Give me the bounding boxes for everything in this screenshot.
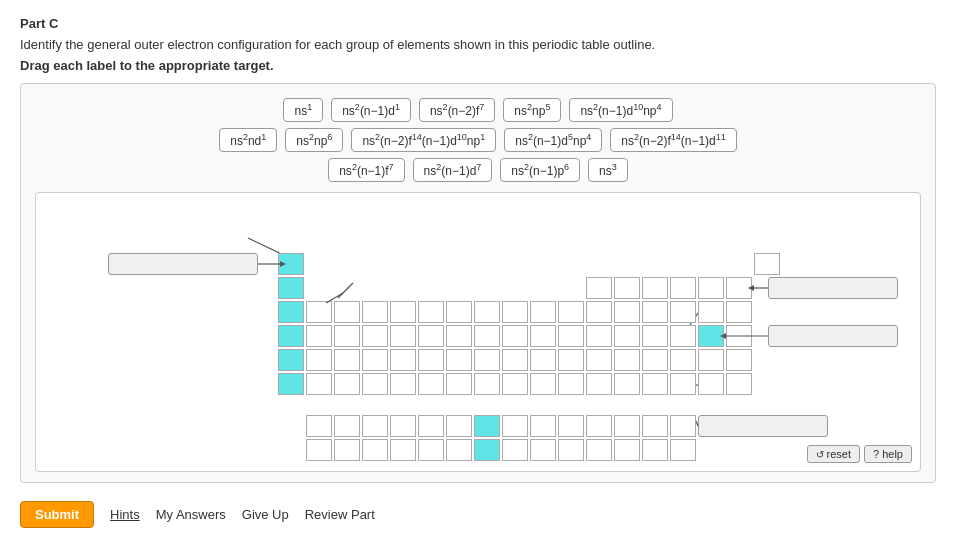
pt-p18 <box>726 325 752 347</box>
svg-line-1 <box>338 283 353 298</box>
pt-d15 <box>418 325 444 347</box>
part-label: Part C <box>20 16 936 31</box>
labels-row-2: ns2nd1 ns2np6 ns2(n−2)f14(n−1)d10np1 ns2… <box>219 128 737 152</box>
label-ns2np5[interactable]: ns2np5 <box>503 98 561 122</box>
pt-p28 <box>670 373 696 395</box>
my-answers-link[interactable]: My Answers <box>156 507 226 522</box>
pt-cell-s6 <box>278 373 304 395</box>
review-part-link[interactable]: Review Part <box>305 507 375 522</box>
pt-cell-s2 <box>278 277 304 299</box>
pt-d21 <box>306 349 332 371</box>
pt-f2 <box>334 415 360 437</box>
pt-g11 <box>586 439 612 461</box>
pt-d9 <box>530 301 556 323</box>
labels-row-3: ns2(n−1)f7 ns2(n−1)d7 ns2(n−1)p6 ns3 <box>328 158 628 182</box>
pt-d4 <box>390 301 416 323</box>
pt-f13 <box>642 415 668 437</box>
pt-d7 <box>474 301 500 323</box>
pt-d3 <box>362 301 388 323</box>
pt-g12 <box>614 439 640 461</box>
reset-button[interactable]: ↺ reset <box>807 445 860 463</box>
pt-d12 <box>334 325 360 347</box>
label-ns3[interactable]: ns3 <box>588 158 628 182</box>
pt-f6 <box>446 415 472 437</box>
pt-p12 <box>726 301 752 323</box>
pt-p26 <box>614 373 640 395</box>
pt-cell-s1 <box>278 253 304 275</box>
pt-p9 <box>642 301 668 323</box>
label-ns2n1d10np4[interactable]: ns2(n−1)d10np4 <box>569 98 672 122</box>
pt-g3 <box>362 439 388 461</box>
pt-d35 <box>418 373 444 395</box>
pt-d24 <box>390 349 416 371</box>
pt-d23 <box>362 349 388 371</box>
pt-d5 <box>418 301 444 323</box>
instruction-text: Identify the general outer electron conf… <box>20 37 936 52</box>
pt-g2 <box>334 439 360 461</box>
pt-d26 <box>446 349 472 371</box>
pt-d30 <box>558 349 584 371</box>
label-ns2n2f14n1d10np1[interactable]: ns2(n−2)f14(n−1)d10np1 <box>351 128 496 152</box>
give-up-link[interactable]: Give Up <box>242 507 289 522</box>
pt-d25 <box>418 349 444 371</box>
pt-p19 <box>586 349 612 371</box>
pt-cell-s3 <box>278 301 304 323</box>
pt-p5 <box>698 277 724 299</box>
pt-p3 <box>642 277 668 299</box>
label-ns2n1p6[interactable]: ns2(n−1)p6 <box>500 158 580 182</box>
pt-d10 <box>558 301 584 323</box>
pt-f9 <box>530 415 556 437</box>
pt-p7 <box>586 301 612 323</box>
pt-d20 <box>558 325 584 347</box>
drop-target-left-s[interactable] <box>108 253 258 275</box>
pt-d22 <box>334 349 360 371</box>
label-ns2n1f7[interactable]: ns2(n−1)f7 <box>328 158 404 182</box>
pt-p6 <box>726 277 752 299</box>
pt-d2 <box>334 301 360 323</box>
pt-p20 <box>614 349 640 371</box>
pt-p11 <box>698 301 724 323</box>
label-ns2nd1[interactable]: ns2nd1 <box>219 128 277 152</box>
label-ns2n1d5np4[interactable]: ns2(n−1)d5np4 <box>504 128 602 152</box>
label-ns2n1d1[interactable]: ns2(n−1)d1 <box>331 98 411 122</box>
pt-p29 <box>698 373 724 395</box>
pt-g13 <box>642 439 668 461</box>
label-ns2n2f14n1d11[interactable]: ns2(n−2)f14(n−1)d11 <box>610 128 736 152</box>
pt-p24 <box>726 349 752 371</box>
pt-p21 <box>642 349 668 371</box>
help-button[interactable]: ? help <box>864 445 912 463</box>
pt-g8 <box>502 439 528 461</box>
pt-d11 <box>306 325 332 347</box>
pt-g9 <box>530 439 556 461</box>
reset-label: reset <box>827 448 851 460</box>
pt-d33 <box>362 373 388 395</box>
labels-area: ns1 ns2(n−1)d1 ns2(n−2)f7 ns2np5 ns2(n−1… <box>35 98 921 182</box>
pt-p27 <box>642 373 668 395</box>
pt-d14 <box>390 325 416 347</box>
hints-link[interactable]: Hints <box>110 507 140 522</box>
reset-help-area: ↺ reset ? help <box>807 445 912 463</box>
label-ns2n2f7[interactable]: ns2(n−2)f7 <box>419 98 495 122</box>
pt-g10 <box>558 439 584 461</box>
pt-f8 <box>502 415 528 437</box>
drop-target-right-f[interactable] <box>698 415 828 437</box>
pt-d28 <box>502 349 528 371</box>
label-ns2n1d7[interactable]: ns2(n−1)d7 <box>413 158 493 182</box>
label-ns2np6[interactable]: ns2np6 <box>285 128 343 152</box>
pt-p1 <box>586 277 612 299</box>
pt-f4 <box>390 415 416 437</box>
drop-target-right-p1[interactable] <box>768 277 898 299</box>
pt-d16 <box>446 325 472 347</box>
pt-f14 <box>670 415 696 437</box>
pt-g14 <box>670 439 696 461</box>
pt-cell-s5 <box>278 349 304 371</box>
submit-button[interactable]: Submit <box>20 501 94 528</box>
pt-g6 <box>446 439 472 461</box>
pt-d31 <box>306 373 332 395</box>
drop-target-right-p2[interactable] <box>768 325 898 347</box>
pt-f10 <box>558 415 584 437</box>
label-ns1[interactable]: ns1 <box>283 98 323 122</box>
pt-f11 <box>586 415 612 437</box>
pt-d32 <box>334 373 360 395</box>
pt-p16 <box>670 325 696 347</box>
